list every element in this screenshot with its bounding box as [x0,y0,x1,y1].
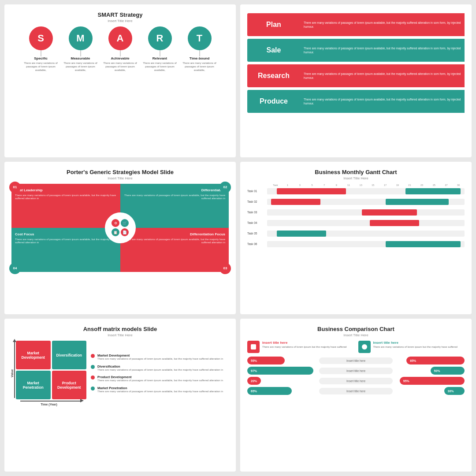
gantt-bar-02a [271,199,320,205]
comp-bar-label-4l: 65% [251,390,257,393]
gantt-bar-03a [362,209,417,216]
smart-label-m: Measurable [71,56,90,60]
slide1-title: SMART Strategy [11,11,229,18]
smart-item-a: A Achievable There are many variations o… [103,26,138,72]
smart-circle-m: M [69,26,93,50]
smart-desc-a: There are many variations of passages of… [103,62,138,72]
comp-bar-wrap-3l: 20% [247,377,316,385]
smart-item-s: S Specific There are many variations of … [23,26,59,72]
comparison-header-right: Insert title here There are many variati… [358,341,465,353]
gantt-track-02 [267,199,465,205]
ansoff-legend-text-product-dev: Product Development There are many varia… [97,375,223,383]
gantt-bar-02b [386,199,449,205]
gantt-row-task05: Task 05 [247,230,465,238]
gantt-track-04 [267,220,465,226]
slide4-subtitle: Insert Title Here [247,176,465,180]
smart-circle-a: A [108,26,132,50]
gantt-row-task06: Task 06 [247,240,465,248]
slide3-subtitle: Insert Title Here [11,176,229,180]
comp-bar-label-2r: 50% [434,369,440,372]
slide-smart-strategy: SMART Strategy Insert Title Here S Speci… [4,4,236,157]
comp-bar-wrap-1r: 85% [396,357,465,364]
ansoff-dot-diversification [91,365,95,369]
smart-label-s: Specific [34,56,48,60]
psrp-label-produce: Produce [247,90,300,113]
ansoff-dot-product-dev [91,376,95,379]
psrp-row-sale: Sale There are many variations of passag… [247,39,465,62]
ansoff-cell-market-dev: MarketDevelopment [16,341,51,369]
porter-icon-2: 🛒 [121,219,129,227]
smart-line-s [41,50,41,56]
ansoff-legend-market-dev: Market Development There are many variat… [91,353,229,361]
comp-bar-label-3r: 95% [403,379,409,383]
psrp-row-plan: Plan There are many variations of passag… [247,13,465,36]
comp-bar-3r: 95% [400,377,465,385]
psrp-row-produce: Produce There are many variations of pas… [247,90,465,113]
porter-badge-03: 03 [219,263,231,274]
smart-desc-s: There are many variations of passages of… [23,62,59,72]
ansoff-cell-product-dev: ProductDevelopment [52,371,87,399]
ansoff-legend-text-diversification: Diversification There are many variation… [97,364,223,372]
ansoff-legend-text-market-pen: Market Penetration There are many variat… [97,386,223,394]
slide6-title: Business Comparison Chart [247,326,465,332]
psrp-container: Plan There are many variations of passag… [247,13,465,113]
comp-bar-wrap-4l: 65% [247,387,316,395]
comparison-row-4: 65% Insert title here 30% [247,387,465,395]
ansoff-dot-market-pen [91,387,95,390]
gantt-track-01 [267,188,465,194]
comparison-header-left: Insert title here There are many variati… [247,341,354,353]
psrp-label-sale: Sale [247,39,300,62]
porter-icon-3: 📋 [112,228,119,236]
smart-line-a [120,50,121,56]
slide5-title: Ansoff matrix models Slide [11,326,229,332]
comp-bar-label-2l: 97% [251,369,257,372]
gantt-track-05 [267,231,465,237]
porter-icon-4: 📄 [121,228,129,236]
comp-bar-title-2: Insert title here [319,368,393,374]
porter-badge-04: 04 [9,263,21,274]
slide-psrp: Plan There are many variations of passag… [240,4,472,157]
comp-bar-wrap-2r: 50% [396,367,465,375]
ansoff-cell-market-pen: MarketPenetration [16,371,51,399]
smart-line-m [80,50,81,56]
comp-bar-label-3l: 20% [251,379,257,383]
comp-bar-label-1r: 85% [410,359,416,362]
ansoff-legend-market-pen: Market Penetration There are many variat… [91,386,229,394]
porter-cell-cost-focus: Cost Focus There are many variations of … [11,228,120,272]
svg-rect-0 [251,344,256,350]
gantt-bar-04a [370,220,419,226]
ansoff-legend-product-dev: Product Development There are many varia… [91,375,229,383]
smart-line-t [199,50,200,56]
comparison-header-text-left: Insert title here There are many variati… [262,341,346,349]
slide6-subtitle: Insert Title Here [247,333,465,337]
psrp-text-sale: There are many variations of passages of… [300,39,465,62]
gantt-bar-06a [386,241,461,247]
porter-cell-cost-leadership: Cost Leadership There are many variation… [11,184,120,228]
smart-circle-t: T [188,26,212,50]
comp-bar-2r: 50% [431,367,465,375]
psrp-row-research: Research There are many variations of pa… [247,64,465,87]
comp-bar-label-4r: 30% [448,390,454,393]
ansoff-y-axis [14,341,15,398]
comparison-header: Insert title here There are many variati… [247,341,465,353]
gantt-label-04: Task 04 [247,221,267,224]
comparison-row-3: 20% Insert title here 95% [247,377,465,385]
main-grid: SMART Strategy Insert Title Here S Speci… [0,0,476,476]
smart-item-m: M Measurable There are many variations o… [63,26,98,72]
porter-cell-desc-4: There are many variations of passages of… [124,238,226,245]
svg-point-1 [362,344,367,350]
comp-bar-1l: 55% [247,357,285,364]
ansoff-dot-market-dev [91,354,95,358]
porter-badge-01: 01 [9,182,21,193]
smart-circle-r: R [148,26,172,50]
gantt-label-03: Task 03 [247,211,267,214]
porter-cell-diff-focus: Differentiation Focus There are many var… [120,228,229,272]
comp-bar-wrap-4r: 30% [396,387,465,395]
gantt-track-03 [267,209,465,216]
comp-bar-title-3: Insert title here [319,378,393,384]
comparison-title-right: Insert title here [373,341,457,345]
slide-gantt: Business Monthly Gantt Chart Insert Titl… [240,162,472,315]
comparison-title-left: Insert title here [262,341,346,345]
comp-bar-3l: 20% [247,377,261,385]
slide-porters: Porter's Generic Strategies Model Slide … [4,162,236,315]
